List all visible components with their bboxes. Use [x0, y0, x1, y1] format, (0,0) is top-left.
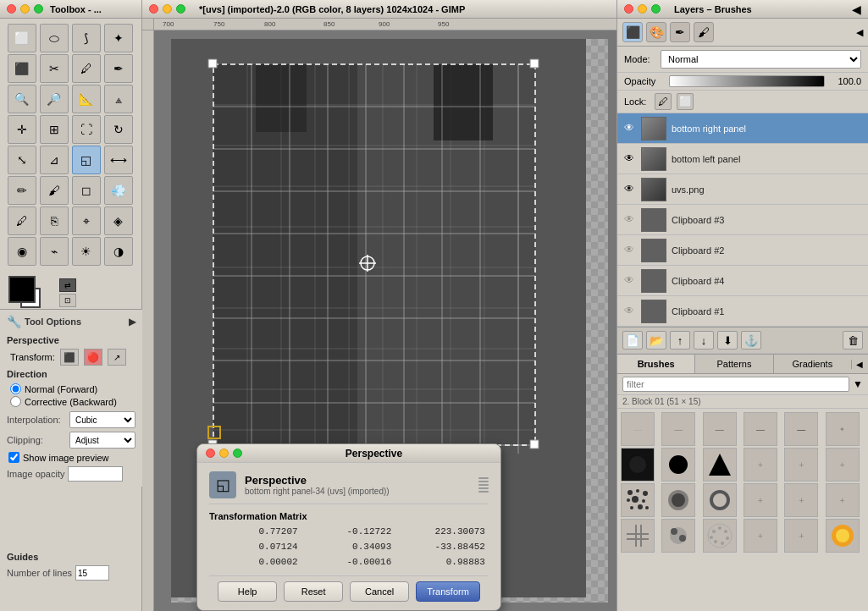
brush-item-12[interactable]: +	[826, 448, 860, 482]
move-layer-up-button[interactable]: ↑	[670, 331, 690, 350]
corrective-backward-radio[interactable]	[10, 396, 21, 407]
layers-minimize[interactable]	[638, 4, 647, 14]
dodge-burn-tool[interactable]: ☀	[72, 237, 101, 266]
brush-item-20[interactable]	[661, 519, 695, 553]
panel-expand-icon[interactable]: ◀	[852, 3, 861, 16]
layer-eye-icon-7[interactable]: 👁	[622, 305, 636, 318]
fuzzy-select-tool[interactable]: ✦	[104, 24, 133, 52]
dialog-minimize[interactable]	[219, 449, 229, 458]
new-layer-button[interactable]: 📄	[622, 331, 643, 350]
brush-item-7[interactable]	[621, 448, 655, 482]
alignment-tool[interactable]: ⊞	[40, 115, 69, 144]
ellipse-select-tool[interactable]: ⬭	[40, 24, 69, 52]
mode-select[interactable]: Normal	[661, 50, 861, 69]
text-tool[interactable]: ⟁	[104, 85, 133, 113]
layer-eye-icon-2[interactable]: 👁	[622, 152, 636, 166]
opacity-slider[interactable]	[669, 75, 825, 87]
layer-eye-icon-3[interactable]: 👁	[622, 183, 636, 196]
foreground-select-tool[interactable]: 🖊	[72, 54, 101, 83]
smudge-tool[interactable]: ⌁	[40, 237, 69, 266]
select-by-color-tool[interactable]: ⬛	[8, 54, 36, 83]
shear-tool[interactable]: ⊿	[40, 146, 69, 174]
tab-icon-paths[interactable]: ✒	[670, 22, 690, 42]
move-tool[interactable]: ✛	[8, 115, 36, 144]
layer-eye-icon-6[interactable]: 👁	[622, 274, 636, 288]
free-select-tool[interactable]: ⟆	[72, 24, 101, 52]
perspective-clone-tool[interactable]: ◈	[104, 206, 133, 235]
brush-item-23[interactable]: +	[784, 519, 818, 553]
layer-item-clipboard-4[interactable]: 👁 Clipboard #4	[617, 266, 868, 296]
interpolation-select[interactable]: Cubic	[69, 411, 135, 428]
brush-item-14[interactable]	[661, 483, 695, 517]
lock-alpha-btn[interactable]: ⬜	[677, 93, 694, 110]
panel-collapse-btn[interactable]: ◀	[856, 27, 863, 38]
merge-layers-button[interactable]: ⬇	[717, 331, 738, 350]
transform-layer-btn[interactable]: ⬛	[60, 349, 79, 366]
airbrush-tool[interactable]: 💨	[104, 176, 133, 205]
brushes-tab[interactable]: Brushes	[617, 355, 695, 373]
brush-item-1[interactable]: —	[621, 412, 655, 446]
tab-icon-brushes[interactable]: 🖌	[694, 22, 714, 42]
number-of-lines-input[interactable]	[75, 565, 109, 581]
dialog-close[interactable]	[206, 449, 215, 458]
layer-item-clipboard-1[interactable]: 👁 Clipboard #1	[617, 296, 868, 327]
anchor-layer-button[interactable]: ⚓	[741, 331, 761, 350]
reset-button[interactable]: Reset	[284, 581, 343, 602]
close-button[interactable]	[7, 4, 16, 14]
brush-item-9[interactable]	[703, 448, 737, 482]
paintbrush-tool[interactable]: 🖌	[40, 176, 69, 205]
canvas-minimize[interactable]	[163, 4, 172, 14]
brush-item-21[interactable]	[703, 519, 737, 553]
brushes-panel-expand[interactable]: ◀	[851, 360, 868, 369]
paths-tool[interactable]: ✒	[104, 54, 133, 83]
brush-item-5[interactable]: —	[784, 412, 818, 446]
clone-tool[interactable]: ⎘	[40, 206, 69, 235]
tab-icon-channels[interactable]: 🎨	[646, 22, 666, 42]
brush-item-3[interactable]: —	[703, 412, 737, 446]
blur-sharpen-tool[interactable]: ◉	[8, 237, 36, 266]
open-layer-button[interactable]: 📂	[646, 331, 666, 350]
canvas-maximize[interactable]	[176, 4, 185, 14]
cancel-button[interactable]: Cancel	[350, 581, 409, 602]
gradients-tab[interactable]: Gradients	[774, 355, 851, 373]
crop-tool[interactable]: ⛶	[72, 115, 101, 144]
brush-item-15[interactable]	[703, 483, 737, 517]
measure-tool[interactable]: 📐	[72, 85, 101, 113]
layers-maximize[interactable]	[651, 4, 661, 14]
lock-pixels-btn[interactable]: 🖊	[655, 93, 672, 110]
layer-item-bottom-left-panel[interactable]: 👁 bottom left panel	[617, 144, 868, 174]
transform-path-btn[interactable]: ↗	[108, 349, 126, 366]
tool-options-menu-icon[interactable]: ▶	[129, 317, 135, 328]
transform-button[interactable]: Transform	[416, 581, 480, 602]
clipping-select[interactable]: Adjust	[69, 432, 135, 449]
swap-colors-button[interactable]: ⇄	[59, 278, 76, 292]
desaturate-tool[interactable]: ◑	[104, 237, 133, 266]
brushes-filter-input[interactable]	[622, 377, 849, 392]
reset-colors-button[interactable]: ⊡	[59, 294, 76, 307]
brush-item-13[interactable]	[621, 483, 655, 517]
layer-item-clipboard-2[interactable]: 👁 Clipboard #2	[617, 235, 868, 266]
scale-tool[interactable]: ⤡	[8, 146, 36, 174]
filter-clear-icon[interactable]: ▼	[853, 378, 863, 390]
maximize-button[interactable]	[34, 4, 43, 14]
brush-item-16[interactable]: +	[744, 483, 777, 517]
perspective-tool[interactable]: ◱	[72, 146, 101, 174]
normal-forward-option[interactable]: Normal (Forward)	[10, 383, 132, 395]
rect-select-tool[interactable]: ⬜	[8, 24, 36, 52]
layers-close[interactable]	[624, 4, 633, 14]
move-layer-down-button[interactable]: ↓	[694, 331, 714, 350]
layer-item-uvs-png[interactable]: 👁 uvs.png	[617, 174, 868, 205]
zoom-tool[interactable]: 🔎	[40, 85, 69, 113]
rotate-tool[interactable]: ↻	[104, 115, 133, 144]
layer-eye-icon-5[interactable]: 👁	[622, 244, 636, 257]
transform-selection-btn[interactable]: 🔴	[84, 349, 102, 366]
eraser-tool[interactable]: ◻	[72, 176, 101, 205]
corrective-backward-option[interactable]: Corrective (Backward)	[10, 395, 132, 408]
brush-item-18[interactable]: +	[826, 483, 860, 517]
flip-tool[interactable]: ⟷	[104, 146, 133, 174]
image-opacity-input[interactable]: 100.0	[68, 466, 123, 482]
minimize-button[interactable]	[20, 4, 30, 14]
scissors-tool[interactable]: ✂	[40, 54, 69, 83]
pencil-tool[interactable]: ✏	[8, 176, 36, 205]
brush-item-8[interactable]	[661, 448, 695, 482]
